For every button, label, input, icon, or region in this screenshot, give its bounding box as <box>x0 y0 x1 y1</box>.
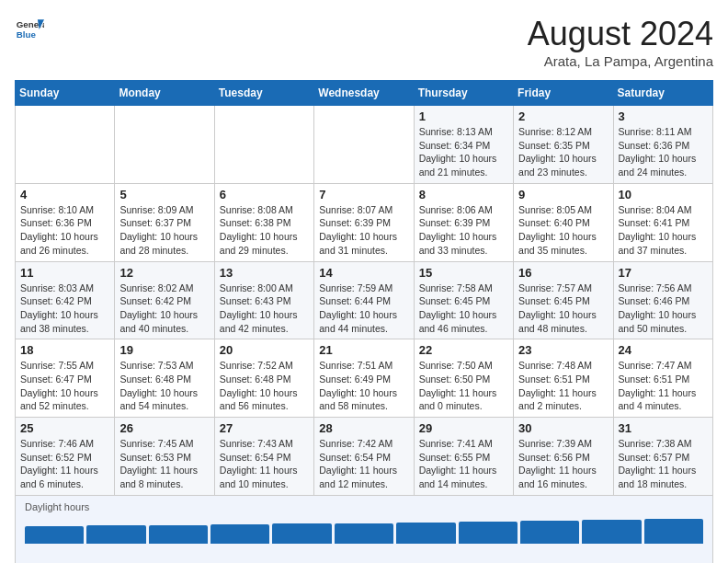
day-cell <box>115 106 214 184</box>
day-cell: 2Sunrise: 8:12 AM Sunset: 6:35 PM Daylig… <box>514 106 613 184</box>
day-number: 12 <box>119 266 209 280</box>
day-number: 21 <box>319 343 408 357</box>
day-info: Sunrise: 7:52 AM Sunset: 6:48 PM Dayligh… <box>220 359 309 413</box>
day-info: Sunrise: 7:42 AM Sunset: 6:54 PM Dayligh… <box>319 437 408 491</box>
day-info: Sunrise: 7:51 AM Sunset: 6:49 PM Dayligh… <box>319 359 408 413</box>
day-number: 4 <box>20 188 109 201</box>
day-cell: 21Sunrise: 7:51 AM Sunset: 6:49 PM Dayli… <box>314 339 414 418</box>
day-number: 27 <box>220 421 309 435</box>
day-number: 18 <box>20 343 109 357</box>
location-subtitle: Arata, La Pampa, Argentina <box>528 53 713 69</box>
day-info: Sunrise: 8:09 AM Sunset: 6:37 PM Dayligh… <box>119 203 209 258</box>
day-cell: 10Sunrise: 8:04 AM Sunset: 6:41 PM Dayli… <box>613 183 712 261</box>
day-cell: 18Sunrise: 7:55 AM Sunset: 6:47 PM Dayli… <box>16 339 115 418</box>
col-header-tuesday: Tuesday <box>214 81 313 106</box>
day-info: Sunrise: 7:47 AM Sunset: 6:51 PM Dayligh… <box>619 359 708 413</box>
day-cell <box>214 106 313 184</box>
day-cell: 3Sunrise: 8:11 AM Sunset: 6:36 PM Daylig… <box>613 106 712 184</box>
week-row-3: 11Sunrise: 8:03 AM Sunset: 6:42 PM Dayli… <box>16 261 713 339</box>
day-number: 5 <box>119 188 209 201</box>
page-header: General Blue August 2024 Arata, La Pampa… <box>15 15 713 69</box>
day-cell: 20Sunrise: 7:52 AM Sunset: 6:48 PM Dayli… <box>214 339 313 418</box>
day-cell: 1Sunrise: 8:13 AM Sunset: 6:34 PM Daylig… <box>414 106 513 184</box>
day-info: Sunrise: 7:48 AM Sunset: 6:51 PM Dayligh… <box>518 359 608 413</box>
day-number: 1 <box>419 109 508 123</box>
day-cell: 17Sunrise: 7:56 AM Sunset: 6:46 PM Dayli… <box>613 261 712 339</box>
day-cell: 4Sunrise: 8:10 AM Sunset: 6:36 PM Daylig… <box>16 183 115 261</box>
day-info: Sunrise: 7:45 AM Sunset: 6:53 PM Dayligh… <box>119 437 209 491</box>
week-row-2: 4Sunrise: 8:10 AM Sunset: 6:36 PM Daylig… <box>16 183 713 261</box>
day-cell: 16Sunrise: 7:57 AM Sunset: 6:45 PM Dayli… <box>514 261 613 339</box>
svg-text:Blue: Blue <box>17 29 37 40</box>
day-cell: 29Sunrise: 7:41 AM Sunset: 6:55 PM Dayli… <box>414 418 513 496</box>
day-number: 6 <box>220 188 309 201</box>
day-cell: 24Sunrise: 7:47 AM Sunset: 6:51 PM Dayli… <box>613 339 712 418</box>
day-cell: 23Sunrise: 7:48 AM Sunset: 6:51 PM Dayli… <box>514 339 613 418</box>
day-number: 15 <box>419 266 508 280</box>
daylight-bar-segment <box>644 519 703 544</box>
daylight-bar-row: Daylight hours <box>16 495 713 563</box>
day-number: 14 <box>319 266 408 280</box>
day-cell <box>314 106 414 184</box>
day-cell: 31Sunrise: 7:38 AM Sunset: 6:57 PM Dayli… <box>613 418 712 496</box>
day-info: Sunrise: 8:08 AM Sunset: 6:38 PM Dayligh… <box>220 203 309 258</box>
day-cell: 30Sunrise: 7:39 AM Sunset: 6:56 PM Dayli… <box>514 418 613 496</box>
day-number: 13 <box>220 266 309 280</box>
day-info: Sunrise: 8:06 AM Sunset: 6:39 PM Dayligh… <box>419 203 508 258</box>
daylight-bar-cell: Daylight hours <box>16 495 713 563</box>
day-info: Sunrise: 8:03 AM Sunset: 6:42 PM Dayligh… <box>20 282 109 336</box>
daylight-bar-segment <box>86 525 145 544</box>
day-info: Sunrise: 7:56 AM Sunset: 6:46 PM Dayligh… <box>619 282 708 336</box>
col-header-wednesday: Wednesday <box>314 81 414 106</box>
col-header-monday: Monday <box>115 81 214 106</box>
day-info: Sunrise: 7:38 AM Sunset: 6:57 PM Dayligh… <box>619 437 708 491</box>
day-number: 24 <box>619 343 708 357</box>
day-number: 23 <box>518 343 608 357</box>
day-cell <box>16 106 115 184</box>
day-info: Sunrise: 7:43 AM Sunset: 6:54 PM Dayligh… <box>220 437 309 491</box>
day-cell: 13Sunrise: 8:00 AM Sunset: 6:43 PM Dayli… <box>214 261 313 339</box>
day-cell: 26Sunrise: 7:45 AM Sunset: 6:53 PM Dayli… <box>115 418 214 496</box>
day-info: Sunrise: 8:11 AM Sunset: 6:36 PM Dayligh… <box>619 125 708 179</box>
day-cell: 14Sunrise: 7:59 AM Sunset: 6:44 PM Dayli… <box>314 261 414 339</box>
day-number: 3 <box>619 109 708 123</box>
title-block: August 2024 Arata, La Pampa, Argentina <box>528 15 713 69</box>
day-info: Sunrise: 8:02 AM Sunset: 6:42 PM Dayligh… <box>119 282 209 336</box>
day-number: 28 <box>319 421 408 435</box>
day-info: Sunrise: 7:55 AM Sunset: 6:47 PM Dayligh… <box>20 359 109 413</box>
col-header-thursday: Thursday <box>414 81 513 106</box>
daylight-bar-segment <box>459 522 518 544</box>
day-number: 16 <box>518 266 608 280</box>
week-row-5: 25Sunrise: 7:46 AM Sunset: 6:52 PM Dayli… <box>16 418 713 496</box>
day-info: Sunrise: 8:07 AM Sunset: 6:39 PM Dayligh… <box>319 203 408 258</box>
day-number: 19 <box>119 343 209 357</box>
col-header-saturday: Saturday <box>613 81 712 106</box>
day-info: Sunrise: 8:12 AM Sunset: 6:35 PM Dayligh… <box>518 125 608 179</box>
day-cell: 27Sunrise: 7:43 AM Sunset: 6:54 PM Dayli… <box>214 418 313 496</box>
day-info: Sunrise: 7:50 AM Sunset: 6:50 PM Dayligh… <box>419 359 508 413</box>
day-cell: 5Sunrise: 8:09 AM Sunset: 6:37 PM Daylig… <box>115 183 214 261</box>
daylight-bar-label: Daylight hours <box>25 501 703 512</box>
day-number: 8 <box>419 188 508 201</box>
day-info: Sunrise: 7:58 AM Sunset: 6:45 PM Dayligh… <box>419 282 508 336</box>
day-cell: 6Sunrise: 8:08 AM Sunset: 6:38 PM Daylig… <box>214 183 313 261</box>
day-info: Sunrise: 7:46 AM Sunset: 6:52 PM Dayligh… <box>20 437 109 491</box>
header-row: SundayMondayTuesdayWednesdayThursdayFrid… <box>16 81 713 106</box>
day-number: 30 <box>518 421 608 435</box>
day-cell: 28Sunrise: 7:42 AM Sunset: 6:54 PM Dayli… <box>314 418 414 496</box>
day-number: 29 <box>419 421 508 435</box>
daylight-bar-segment <box>210 524 269 544</box>
day-cell: 8Sunrise: 8:06 AM Sunset: 6:39 PM Daylig… <box>414 183 513 261</box>
day-info: Sunrise: 8:10 AM Sunset: 6:36 PM Dayligh… <box>20 203 109 258</box>
month-title: August 2024 <box>528 15 713 53</box>
day-info: Sunrise: 8:00 AM Sunset: 6:43 PM Dayligh… <box>220 282 309 336</box>
day-info: Sunrise: 8:04 AM Sunset: 6:41 PM Dayligh… <box>619 203 708 258</box>
day-number: 7 <box>319 188 408 201</box>
week-row-4: 18Sunrise: 7:55 AM Sunset: 6:47 PM Dayli… <box>16 339 713 418</box>
day-number: 11 <box>20 266 109 280</box>
day-info: Sunrise: 7:41 AM Sunset: 6:55 PM Dayligh… <box>419 437 508 491</box>
day-cell: 9Sunrise: 8:05 AM Sunset: 6:40 PM Daylig… <box>514 183 613 261</box>
day-info: Sunrise: 7:53 AM Sunset: 6:48 PM Dayligh… <box>119 359 209 413</box>
day-number: 31 <box>619 421 708 435</box>
daylight-bar-segment <box>25 526 84 544</box>
